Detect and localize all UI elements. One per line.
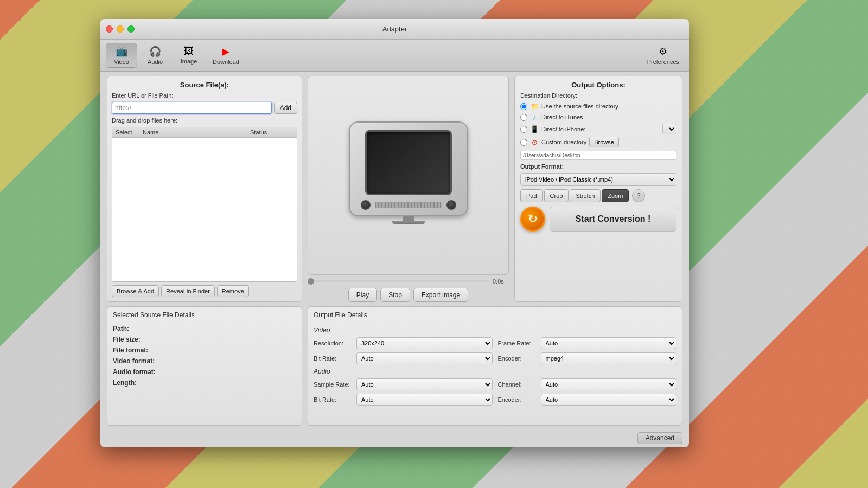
toolbar: 📺 Video 🎧 Audio 🖼 Image ▶ Download ⚙ Pre… xyxy=(100,40,689,72)
video-label: Video xyxy=(114,59,129,65)
channel-select[interactable]: Auto xyxy=(541,378,677,390)
table-body[interactable] xyxy=(112,138,297,281)
source-details-title: Selected Source File Details xyxy=(113,311,296,319)
framerate-label: Frame Rate: xyxy=(498,340,539,346)
resolution-select[interactable]: 320x240 xyxy=(356,337,493,349)
audio-encoder-select[interactable]: Auto xyxy=(541,394,677,406)
preferences-icon: ⚙ xyxy=(659,46,667,57)
media-buttons: Play Stop Export Image xyxy=(308,288,509,302)
fileformat-row: File format: xyxy=(113,345,296,356)
tv-controls xyxy=(361,200,456,210)
advanced-row: Advanced xyxy=(100,430,689,447)
radio-itunes-label: Direct to iTunes xyxy=(541,114,583,120)
audioformat-label: Audio format: xyxy=(113,368,173,376)
tv-knob-left xyxy=(361,200,371,210)
radio-custom: ⊙ Custom directory Browse xyxy=(520,137,676,147)
toolbar-left: 📺 Video 🎧 Audio 🖼 Image ▶ Download xyxy=(106,43,245,68)
url-input[interactable] xyxy=(112,102,272,114)
add-button[interactable]: Add xyxy=(274,102,297,114)
advanced-button[interactable]: Advanced xyxy=(637,432,682,444)
audio-encoder-row: Encoder: Auto xyxy=(498,394,677,406)
iphone-icon: 📱 xyxy=(530,125,539,133)
remove-button[interactable]: Remove xyxy=(217,285,249,297)
help-button[interactable]: ? xyxy=(632,189,645,202)
audio-bitrate-select[interactable]: Auto xyxy=(356,394,493,406)
pad-button[interactable]: Pad xyxy=(520,189,543,202)
toolbar-audio-btn[interactable]: 🎧 Audio xyxy=(139,43,171,68)
length-label: Length: xyxy=(113,379,173,387)
export-image-button[interactable]: Export Image xyxy=(413,288,468,302)
file-action-buttons: Browse & Add Reveal In Finder Remove xyxy=(112,285,297,297)
framerate-select[interactable]: Auto xyxy=(541,337,677,349)
output-options-panel: Output Options: Destination Directory: 📁… xyxy=(514,76,682,302)
source-folder-icon: 📁 xyxy=(530,102,539,111)
radio-itunes-input[interactable] xyxy=(520,114,527,121)
length-row: Length: xyxy=(113,377,296,388)
output-options-title: Output Options: xyxy=(520,81,676,89)
download-label: Download xyxy=(213,59,239,65)
channel-label: Channel: xyxy=(498,381,539,388)
url-row: Add xyxy=(112,102,297,114)
reveal-finder-button[interactable]: Reveal In Finder xyxy=(161,285,215,297)
samplerate-row: Sample Rate: Auto xyxy=(314,378,493,390)
radio-iphone-label: Direct to iPhone: xyxy=(541,126,585,132)
radio-iphone-input[interactable] xyxy=(520,126,527,133)
browse-button[interactable]: Browse xyxy=(589,137,619,147)
close-button[interactable] xyxy=(106,25,113,33)
source-title: Source File(s): xyxy=(112,81,297,89)
tv-graphic xyxy=(349,121,468,230)
radio-source-input[interactable] xyxy=(520,103,527,110)
stretch-button[interactable]: Stretch xyxy=(570,189,601,202)
audio-settings-grid: Sample Rate: Auto Channel: Auto Bit Rate… xyxy=(314,378,676,406)
toolbar-video-btn[interactable]: 📺 Video xyxy=(106,43,137,68)
audio-section-label: Audio xyxy=(314,368,676,375)
tv-knob-right xyxy=(446,200,456,210)
samplerate-select[interactable]: Auto xyxy=(356,378,493,390)
crop-button[interactable]: Crop xyxy=(544,189,569,202)
browse-add-button[interactable]: Browse & Add xyxy=(112,285,159,297)
table-header: Select Name Status xyxy=(112,127,297,138)
preferences-label: Preferences xyxy=(647,59,679,65)
zoom-button[interactable]: Zoom xyxy=(602,189,629,202)
path-label: Path: xyxy=(113,325,173,332)
video-encoder-label: Encoder: xyxy=(498,355,539,362)
stop-button[interactable]: Stop xyxy=(380,288,410,302)
resolution-label: Resolution: xyxy=(314,340,354,346)
video-icon: 📺 xyxy=(116,46,127,57)
preferences-button[interactable]: ⚙ Preferences xyxy=(643,43,684,67)
audio-encoder-label: Encoder: xyxy=(498,396,539,403)
maximize-button[interactable] xyxy=(127,25,135,33)
image-icon: 🖼 xyxy=(184,46,194,57)
radio-itunes: ♪ Direct to iTunes xyxy=(520,113,676,121)
scrubber-row: 0.0s xyxy=(308,278,509,285)
window-title: Adapter xyxy=(382,25,407,33)
convert-icon: ↻ xyxy=(520,207,545,232)
channel-row: Channel: Auto xyxy=(498,378,677,390)
titlebar: Adapter xyxy=(100,19,689,40)
video-encoder-select[interactable]: mpeg4 xyxy=(541,352,677,364)
videoformat-row: Video format: xyxy=(113,356,296,367)
play-button[interactable]: Play xyxy=(348,288,377,302)
video-bitrate-select[interactable]: Auto xyxy=(356,352,493,364)
audioformat-row: Audio format: xyxy=(113,367,296,377)
iphone-select[interactable] xyxy=(662,124,676,134)
minimize-button[interactable] xyxy=(117,25,124,33)
tv-container xyxy=(308,76,509,275)
filesize-label: File size: xyxy=(113,336,173,343)
tv-base xyxy=(392,221,425,224)
tv-screen xyxy=(365,130,452,195)
itunes-icon: ♪ xyxy=(530,113,539,121)
audio-icon: 🎧 xyxy=(149,46,161,57)
col-name-label: Name xyxy=(143,129,250,136)
scrubber[interactable] xyxy=(308,280,489,282)
format-select[interactable]: iPod Video / iPod Classic (*.mp4) xyxy=(520,173,676,186)
toolbar-image-btn[interactable]: 🖼 Image xyxy=(173,43,205,68)
toolbar-download-btn[interactable]: ▶ Download xyxy=(207,43,245,68)
source-panel: Source File(s): Enter URL or File Path: … xyxy=(107,76,302,302)
radio-custom-input[interactable] xyxy=(520,139,527,146)
video-encoder-row: Encoder: mpeg4 xyxy=(498,352,677,364)
url-label: Enter URL or File Path: xyxy=(112,92,297,99)
audio-label: Audio xyxy=(148,59,163,65)
start-conversion-button[interactable]: Start Conversion ! xyxy=(550,207,676,232)
conversion-row: ↻ Start Conversion ! xyxy=(520,207,676,232)
